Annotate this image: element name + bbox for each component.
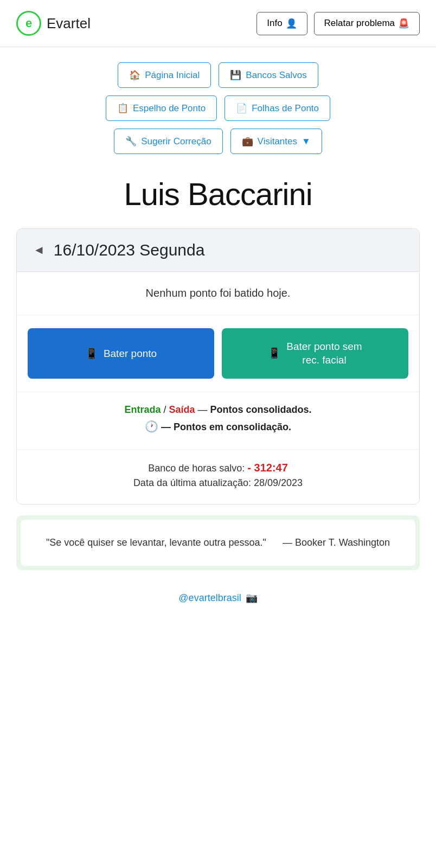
update-line: Data da última atualização: 28/09/2023 bbox=[33, 477, 403, 489]
info-button[interactable]: Info 👤 bbox=[257, 12, 307, 35]
no-point-message: Nenhum ponto foi batido hoje. bbox=[33, 287, 403, 299]
entrada-text: Entrada bbox=[124, 404, 161, 415]
saida-text: Saída bbox=[169, 404, 195, 415]
user-name: Luis Baccarini bbox=[11, 176, 425, 212]
bank-section: Banco de horas salvo: - 312:47 Data da ú… bbox=[17, 450, 419, 504]
user-name-section: Luis Baccarini bbox=[0, 159, 436, 223]
visitors-button[interactable]: 💼 Visitantes ▼ bbox=[230, 129, 322, 154]
bank-label: Banco de horas salvo: bbox=[148, 463, 247, 474]
legend-dash-1: — bbox=[198, 404, 210, 415]
header: e Evartel Info 👤 Relatar problema 🚨 bbox=[0, 0, 436, 47]
report-label: Relatar problema bbox=[324, 18, 395, 29]
instagram-label: @evartelbrasil bbox=[178, 592, 241, 604]
bater-ponto-button[interactable]: 📱 Bater ponto bbox=[28, 328, 214, 379]
home-button[interactable]: 🏠 Página Inicial bbox=[118, 62, 211, 88]
phone-icon: 📱 bbox=[85, 347, 98, 360]
consolidated-text: Pontos consolidados. bbox=[210, 404, 312, 415]
bater-ponto-sem-button[interactable]: 📱 Bater ponto sem rec. facial bbox=[222, 328, 408, 379]
nav-row-2: 📋 Espelho de Ponto 📄 Folhas de Ponto bbox=[106, 95, 330, 121]
bater-sem-label: Bater ponto sem rec. facial bbox=[286, 340, 362, 367]
legend-separator: / bbox=[163, 404, 169, 415]
wrench-icon: 🔧 bbox=[125, 136, 137, 147]
no-point-section: Nenhum ponto foi batido hoje. bbox=[17, 272, 419, 315]
chevron-down-icon: ▼ bbox=[302, 136, 311, 147]
banks-label: Bancos Salvos bbox=[246, 70, 306, 81]
logo-name: Evartel bbox=[47, 15, 91, 32]
mirror-label: Espelho de Ponto bbox=[133, 103, 206, 114]
current-date: 16/10/2023 Segunda bbox=[54, 241, 205, 259]
info-person-icon: 👤 bbox=[286, 18, 297, 29]
logo-area: e Evartel bbox=[16, 11, 91, 36]
action-buttons: 📱 Bater ponto 📱 Bater ponto sem rec. fac… bbox=[17, 315, 419, 392]
nav-section: 🏠 Página Inicial 💾 Bancos Salvos 📋 Espel… bbox=[0, 47, 436, 159]
consolidation-text: — Pontos em consolidação. bbox=[161, 422, 291, 432]
instagram-link[interactable]: @evartelbrasil 📷 bbox=[178, 592, 257, 604]
legend-line-1: Entrada / Saída — Pontos consolidados. bbox=[33, 404, 403, 416]
bank-hours-line: Banco de horas salvo: - 312:47 bbox=[33, 462, 403, 474]
home-label: Página Inicial bbox=[145, 70, 200, 81]
logo-icon: e bbox=[16, 11, 41, 36]
main-card: ◄ 16/10/2023 Segunda Nenhum ponto foi ba… bbox=[16, 228, 420, 505]
update-label: Data da última atualização: bbox=[133, 477, 254, 488]
phone-arrow-icon: 📱 bbox=[268, 347, 281, 360]
report-problem-button[interactable]: Relatar problema 🚨 bbox=[314, 12, 420, 35]
quote-author: — Booker T. Washington bbox=[283, 537, 390, 548]
bank-value: - 312:47 bbox=[247, 462, 288, 474]
info-label: Info bbox=[267, 18, 282, 29]
prev-date-button[interactable]: ◄ bbox=[33, 243, 45, 257]
bater-ponto-label: Bater ponto bbox=[104, 348, 157, 360]
nav-row-3: 🔧 Sugerir Correção 💼 Visitantes ▼ bbox=[114, 129, 322, 154]
alarm-icon: 🚨 bbox=[398, 18, 409, 29]
mirror-button[interactable]: 📋 Espelho de Ponto bbox=[106, 95, 217, 121]
mirror-icon: 📋 bbox=[117, 103, 129, 114]
sheets-label: Folhas de Ponto bbox=[252, 103, 319, 114]
header-buttons: Info 👤 Relatar problema 🚨 bbox=[257, 12, 420, 35]
quote-inner: "Se você quiser se levantar, levante out… bbox=[21, 520, 415, 566]
quote-section: "Se você quiser se levantar, levante out… bbox=[16, 515, 420, 570]
legend-line-2: 🕐 — Pontos em consolidação. bbox=[33, 420, 403, 433]
clock-icon: 🕐 bbox=[145, 420, 158, 432]
nav-row-1: 🏠 Página Inicial 💾 Bancos Salvos bbox=[118, 62, 318, 88]
legend-section: Entrada / Saída — Pontos consolidados. 🕐… bbox=[17, 392, 419, 450]
suggest-button[interactable]: 🔧 Sugerir Correção bbox=[114, 129, 222, 154]
home-icon: 🏠 bbox=[129, 69, 140, 81]
update-date: 28/09/2023 bbox=[254, 477, 303, 488]
sheets-icon: 📄 bbox=[236, 103, 247, 114]
briefcase-icon: 💼 bbox=[242, 136, 253, 147]
sheets-button[interactable]: 📄 Folhas de Ponto bbox=[225, 95, 330, 121]
quote-body: "Se você quiser se levantar, levante out… bbox=[46, 537, 266, 548]
quote-text: "Se você quiser se levantar, levante out… bbox=[37, 535, 399, 551]
date-row: ◄ 16/10/2023 Segunda bbox=[17, 229, 419, 272]
save-icon: 💾 bbox=[230, 69, 241, 81]
footer: @evartelbrasil 📷 bbox=[0, 581, 436, 615]
instagram-icon: 📷 bbox=[246, 592, 258, 604]
banks-button[interactable]: 💾 Bancos Salvos bbox=[219, 62, 318, 88]
visitors-label: Visitantes bbox=[258, 136, 297, 147]
suggest-label: Sugerir Correção bbox=[141, 136, 211, 147]
